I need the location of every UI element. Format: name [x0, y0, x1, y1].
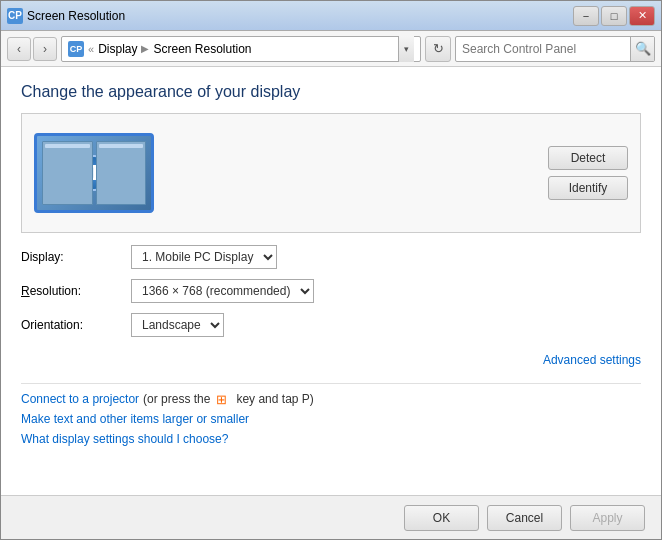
settings-form: Display: 1. Mobile PC Display Resolution… — [21, 245, 641, 337]
path-separator-left: « — [88, 43, 94, 55]
refresh-button[interactable]: ↻ — [425, 36, 451, 62]
search-icon[interactable]: 🔍 — [630, 37, 654, 61]
display-settings-link[interactable]: What display settings should I choose? — [21, 432, 228, 446]
search-input[interactable] — [456, 42, 630, 56]
page-title: Change the appearance of your display — [21, 83, 641, 101]
advanced-link-row: Advanced settings — [21, 353, 641, 367]
orientation-label: Orientation: — [21, 318, 131, 332]
mini-screen-right — [96, 141, 147, 205]
resolution-underline: R — [21, 284, 30, 298]
path-part2: Screen Resolution — [153, 42, 394, 56]
advanced-settings-link[interactable]: Advanced settings — [543, 353, 641, 367]
link-row-text-size: Make text and other items larger or smal… — [21, 412, 641, 426]
display-label: Display: — [21, 250, 131, 264]
title-bar: CP Screen Resolution − □ ✕ — [1, 1, 661, 31]
apply-button[interactable]: Apply — [570, 505, 645, 531]
windows-key-icon — [216, 392, 230, 406]
bottom-bar: OK Cancel Apply — [1, 495, 661, 539]
nav-buttons: ‹ › — [7, 37, 57, 61]
path-dropdown-button[interactable]: ▾ — [398, 36, 414, 62]
back-button[interactable]: ‹ — [7, 37, 31, 61]
main-window: CP Screen Resolution − □ ✕ ‹ › CP « Disp… — [0, 0, 662, 540]
resolution-select[interactable]: 1366 × 768 (recommended) — [131, 279, 314, 303]
text-size-link[interactable]: Make text and other items larger or smal… — [21, 412, 249, 426]
title-bar-controls: − □ ✕ — [573, 6, 655, 26]
connect-projector-link[interactable]: Connect to a projector — [21, 392, 139, 406]
monitor-preview: 1 — [34, 133, 154, 213]
forward-button[interactable]: › — [33, 37, 57, 61]
preview-buttons: Detect Identify — [548, 146, 628, 200]
path-icon: CP — [68, 41, 84, 57]
address-bar: ‹ › CP « Display ▶ Screen Resolution ▾ ↻… — [1, 31, 661, 67]
monitor-image: 1 — [34, 133, 154, 213]
path-part1: Display — [98, 42, 137, 56]
display-select[interactable]: 1. Mobile PC Display — [131, 245, 277, 269]
maximize-button[interactable]: □ — [601, 6, 627, 26]
search-box: 🔍 — [455, 36, 655, 62]
resolution-label: Resolution: — [21, 284, 131, 298]
projector-link-suffix: (or press the — [143, 392, 210, 406]
identify-button[interactable]: Identify — [548, 176, 628, 200]
close-button[interactable]: ✕ — [629, 6, 655, 26]
monitor-inner-screens — [42, 141, 146, 205]
main-content: Change the appearance of your display 1 — [1, 67, 661, 495]
detect-button[interactable]: Detect — [548, 146, 628, 170]
resolution-control: 1366 × 768 (recommended) — [131, 279, 641, 303]
display-preview-area: 1 Detect Identify — [21, 113, 641, 233]
projector-link-suffix2: key and tap P) — [236, 392, 313, 406]
orientation-control: Landscape — [131, 313, 641, 337]
minimize-button[interactable]: − — [573, 6, 599, 26]
window-icon: CP — [7, 8, 23, 24]
path-arrow: ▶ — [141, 43, 149, 54]
address-path[interactable]: CP « Display ▶ Screen Resolution ▾ — [61, 36, 421, 62]
window-title: Screen Resolution — [27, 9, 125, 23]
link-row-display-settings: What display settings should I choose? — [21, 432, 641, 446]
title-bar-left: CP Screen Resolution — [7, 8, 125, 24]
cancel-button[interactable]: Cancel — [487, 505, 562, 531]
orientation-select[interactable]: Landscape — [131, 313, 224, 337]
display-control: 1. Mobile PC Display — [131, 245, 641, 269]
link-row-projector: Connect to a projector (or press the key… — [21, 392, 641, 406]
mini-screen-bar — [45, 144, 90, 148]
ok-button[interactable]: OK — [404, 505, 479, 531]
mini-screen-bar-right — [99, 144, 144, 148]
mini-screen-left — [42, 141, 93, 205]
links-section: Connect to a projector (or press the key… — [21, 383, 641, 446]
